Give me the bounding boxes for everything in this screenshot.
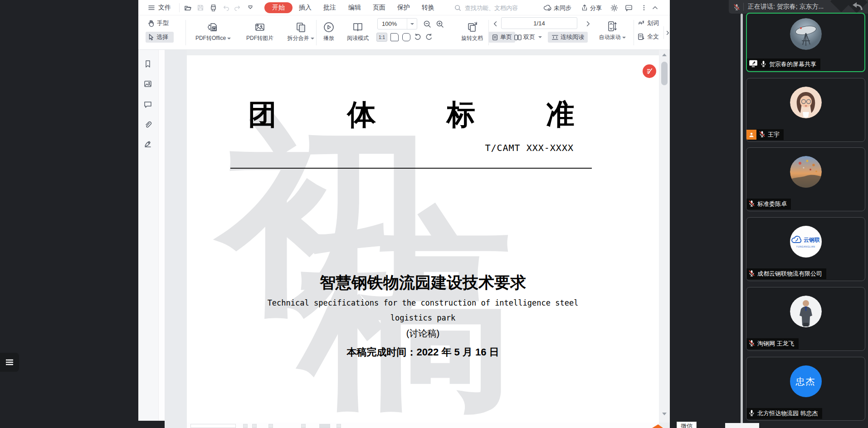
scroll-up-icon[interactable]	[662, 54, 667, 56]
toolbar-expander-icon[interactable]	[663, 26, 672, 39]
participant-name: 北方恒达物流园 韩忠杰	[757, 409, 818, 418]
tab-convert[interactable]: 转换	[422, 4, 434, 12]
print-icon[interactable]	[209, 4, 217, 12]
continuous-read-label: 连续阅读	[561, 33, 584, 41]
tab-page[interactable]: 页面	[373, 4, 385, 12]
zoom-out-icon[interactable]	[423, 20, 431, 28]
logo-text: 云钢联	[804, 236, 820, 244]
scroll-down-icon[interactable]	[662, 413, 667, 415]
draft-note: (讨论稿)	[187, 327, 659, 340]
participant-tile[interactable]: 王宇	[746, 78, 865, 142]
fit-width-icon[interactable]	[390, 33, 399, 43]
pdf-to-office-button[interactable]: PDF转Office	[189, 20, 237, 42]
participant-list-scrollbar[interactable]	[741, 14, 743, 428]
tab-protect[interactable]: 保护	[397, 4, 410, 12]
auto-scroll-button[interactable]: 自动滚动	[594, 19, 630, 41]
search-input[interactable]	[464, 4, 532, 12]
thumbnails-icon[interactable]	[144, 80, 153, 89]
word-pick-button[interactable]: 划词	[637, 19, 659, 27]
participant-name: 标准委陈卓	[757, 200, 787, 208]
divider	[634, 20, 634, 45]
participant-tile[interactable]: 忠杰 北方恒达物流园 韩忠杰	[746, 357, 865, 421]
select-tool[interactable]: 选择	[146, 32, 174, 43]
page-indicator-input[interactable]	[501, 17, 577, 29]
open-file-icon[interactable]	[184, 4, 192, 12]
signature-stamp-icon[interactable]	[144, 140, 153, 149]
participant-label: 贺宗春的屏幕共享	[747, 58, 820, 70]
actual-size-label: 1:1	[379, 35, 385, 40]
kebab-menu-icon[interactable]	[640, 4, 648, 12]
search-box[interactable]	[454, 2, 536, 13]
prev-page-icon[interactable]	[491, 19, 499, 28]
divider	[179, 3, 180, 12]
reply-arrow-icon[interactable]	[851, 1, 863, 14]
participant-name: 贺宗春的屏幕共享	[769, 60, 816, 68]
mic-muted-icon	[748, 200, 755, 208]
play-button[interactable]: 播放	[318, 20, 340, 42]
share-icon[interactable]	[580, 4, 589, 12]
watermark: 稿	[300, 205, 513, 418]
next-page-icon[interactable]	[584, 19, 592, 28]
zoom-in-icon[interactable]	[436, 20, 444, 28]
bookmark-icon[interactable]	[144, 60, 153, 69]
split-merge-button[interactable]: 拆分合并	[280, 20, 322, 42]
status-bar	[187, 423, 659, 428]
auto-scroll-icon	[594, 19, 630, 34]
more-tools-caret-icon[interactable]	[246, 4, 254, 12]
double-page-button[interactable]: 双页	[512, 32, 544, 43]
docked-widget[interactable]	[0, 353, 19, 372]
tab-comment[interactable]: 批注	[323, 4, 336, 12]
single-page-button[interactable]: 单页	[488, 32, 515, 43]
tab-edit[interactable]: 编辑	[348, 4, 361, 12]
document-subtitle-en: logistics park	[187, 313, 659, 322]
standard-number: T/CAMT XXX-XXXX	[485, 142, 574, 153]
avatar	[790, 156, 822, 188]
full-text-button[interactable]: 全文	[637, 33, 659, 41]
rotate-cw-icon[interactable]	[425, 33, 433, 41]
comments-icon[interactable]	[144, 101, 153, 110]
zoom-select-caret[interactable]	[407, 19, 417, 29]
read-mode-button[interactable]: 阅读模式	[341, 20, 374, 42]
zoom-level-select[interactable]: 100%	[377, 18, 417, 29]
document-title: 智慧钢铁物流园建设技术要求	[187, 272, 659, 293]
zoom-level-value: 100%	[378, 20, 407, 27]
divider	[316, 20, 317, 45]
actual-size-button[interactable]: 1:1	[376, 33, 387, 42]
taskbar-shadow	[138, 421, 165, 428]
participant-tile[interactable]: 云钢联 YUNGANGLIAN 成都云钢联物流有限公司	[746, 217, 865, 281]
pdf-to-image-button[interactable]: PDF转图片	[239, 20, 281, 42]
participant-tile[interactable]: 标准委陈卓	[746, 147, 865, 211]
participant-tile[interactable]: 贺宗春的屏幕共享	[746, 13, 865, 72]
hamburger-menu-icon[interactable]	[147, 4, 156, 12]
tab-start[interactable]: 开始	[264, 2, 293, 13]
settings-gear-icon[interactable]	[610, 4, 618, 12]
left-tool-strip	[138, 50, 159, 421]
rotate-doc-button[interactable]: 旋转文档	[452, 20, 492, 42]
document-page[interactable]: 初 稿 团 体 标 准 T/CAMT XXX-XXXX 智慧钢铁物流园建设技术要…	[187, 55, 659, 423]
pdf-app-window: 文件 开始 插入 批注 编辑 页面 保	[138, 0, 670, 428]
document-scrollbar[interactable]	[659, 50, 670, 423]
save-icon[interactable]	[196, 4, 205, 12]
participant-tile[interactable]: 淘钢网 王龙飞	[746, 287, 865, 351]
edit-disabled-badge[interactable]	[643, 64, 656, 78]
fit-page-icon[interactable]	[402, 33, 410, 43]
avatar: 云钢联 YUNGANGLIAN	[790, 226, 822, 258]
tab-insert[interactable]: 插入	[299, 4, 312, 12]
collapse-toolbar-icon[interactable]	[651, 4, 659, 12]
undo-icon[interactable]	[222, 4, 230, 12]
redo-icon[interactable]	[234, 4, 242, 12]
standard-header: 团 体 标 准	[248, 95, 575, 134]
continuous-read-button[interactable]: 连续阅读	[548, 32, 588, 43]
header-rule	[230, 168, 592, 169]
scrollbar-thumb[interactable]	[661, 62, 668, 85]
feedback-chat-icon[interactable]	[624, 4, 633, 12]
toolbar: 手型 选择 PDF转Office PDF转图片	[138, 15, 670, 50]
hand-tool[interactable]: 手型	[147, 19, 169, 27]
share-label[interactable]: 分享	[590, 4, 602, 12]
cloud-sync-icon[interactable]	[543, 4, 551, 12]
attachment-icon[interactable]	[144, 121, 153, 130]
menu-file[interactable]: 文件	[158, 4, 171, 12]
rotate-ccw-icon[interactable]	[413, 33, 421, 41]
single-page-label: 单页	[500, 33, 512, 41]
participant-label: 北方恒达物流园 韩忠杰	[746, 408, 822, 419]
